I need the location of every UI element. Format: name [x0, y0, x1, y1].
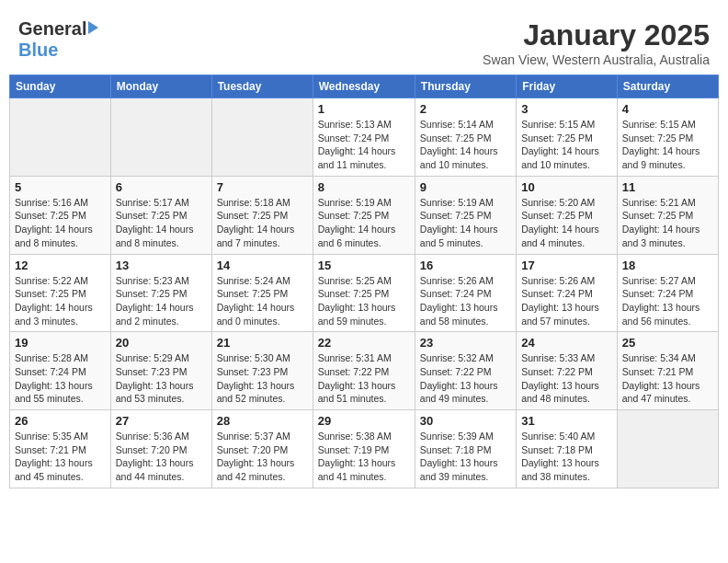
day-number: 15 [318, 259, 410, 272]
calendar-title: January 2025 [483, 18, 710, 52]
calendar-cell: 21Sunrise: 5:30 AMSunset: 7:23 PMDayligh… [211, 332, 313, 410]
day-number: 4 [622, 102, 713, 116]
calendar-cell: 10Sunrise: 5:20 AMSunset: 7:25 PMDayligh… [517, 176, 618, 254]
day-info: Sunrise: 5:15 AMSunset: 7:25 PMDaylight:… [521, 118, 612, 172]
day-number: 20 [116, 336, 207, 350]
calendar-cell [10, 98, 111, 177]
calendar-cell: 15Sunrise: 5:25 AMSunset: 7:25 PMDayligh… [313, 254, 415, 332]
day-info: Sunrise: 5:32 AMSunset: 7:22 PMDaylight:… [420, 351, 511, 406]
calendar-cell: 12Sunrise: 5:22 AMSunset: 7:25 PMDayligh… [10, 254, 111, 332]
calendar-cell: 26Sunrise: 5:35 AMSunset: 7:21 PMDayligh… [10, 410, 111, 488]
day-number: 31 [521, 414, 612, 428]
header-tuesday: Tuesday [211, 75, 313, 98]
page-container: General Blue January 2025 Swan View, Wes… [9, 9, 719, 488]
header-monday: Monday [110, 75, 211, 98]
day-number: 17 [521, 259, 612, 272]
calendar-cell: 3Sunrise: 5:15 AMSunset: 7:25 PMDaylight… [517, 98, 618, 177]
calendar-cell: 4Sunrise: 5:15 AMSunset: 7:25 PMDaylight… [617, 98, 718, 177]
day-number: 14 [217, 259, 308, 272]
calendar-cell: 1Sunrise: 5:13 AMSunset: 7:24 PMDaylight… [313, 98, 415, 177]
calendar-cell: 17Sunrise: 5:26 AMSunset: 7:24 PMDayligh… [517, 254, 618, 332]
day-number: 12 [15, 259, 106, 272]
day-number: 3 [521, 102, 612, 116]
calendar-cell: 29Sunrise: 5:38 AMSunset: 7:19 PMDayligh… [313, 410, 415, 488]
day-number: 18 [622, 259, 713, 272]
day-info: Sunrise: 5:22 AMSunset: 7:25 PMDaylight:… [15, 274, 106, 328]
day-info: Sunrise: 5:14 AMSunset: 7:25 PMDaylight:… [420, 118, 511, 172]
calendar-week-row: 1Sunrise: 5:13 AMSunset: 7:24 PMDaylight… [10, 98, 719, 177]
day-info: Sunrise: 5:36 AMSunset: 7:20 PMDaylight:… [116, 430, 207, 484]
calendar-week-row: 19Sunrise: 5:28 AMSunset: 7:24 PMDayligh… [10, 332, 719, 410]
day-number: 29 [318, 414, 410, 428]
logo: General Blue [18, 18, 98, 61]
calendar-cell: 28Sunrise: 5:37 AMSunset: 7:20 PMDayligh… [211, 410, 313, 488]
day-info: Sunrise: 5:40 AMSunset: 7:18 PMDaylight:… [521, 430, 612, 484]
day-number: 23 [420, 336, 511, 350]
calendar-cell: 9Sunrise: 5:19 AMSunset: 7:25 PMDaylight… [415, 176, 516, 254]
header-friday: Friday [517, 75, 618, 98]
day-info: Sunrise: 5:25 AMSunset: 7:25 PMDaylight:… [318, 274, 410, 328]
calendar-cell: 18Sunrise: 5:27 AMSunset: 7:24 PMDayligh… [617, 254, 718, 332]
day-info: Sunrise: 5:33 AMSunset: 7:22 PMDaylight:… [521, 351, 612, 406]
calendar-cell: 7Sunrise: 5:18 AMSunset: 7:25 PMDaylight… [211, 176, 313, 254]
day-info: Sunrise: 5:30 AMSunset: 7:23 PMDaylight:… [217, 351, 308, 406]
day-info: Sunrise: 5:31 AMSunset: 7:22 PMDaylight:… [318, 351, 410, 406]
day-number: 13 [116, 259, 207, 272]
calendar-cell: 31Sunrise: 5:40 AMSunset: 7:18 PMDayligh… [517, 410, 618, 488]
day-info: Sunrise: 5:15 AMSunset: 7:25 PMDaylight:… [622, 118, 713, 172]
day-info: Sunrise: 5:26 AMSunset: 7:24 PMDaylight:… [521, 274, 612, 328]
calendar-cell: 19Sunrise: 5:28 AMSunset: 7:24 PMDayligh… [10, 332, 111, 410]
header-thursday: Thursday [415, 75, 516, 98]
day-number: 6 [116, 180, 207, 194]
day-number: 9 [420, 180, 511, 194]
day-info: Sunrise: 5:28 AMSunset: 7:24 PMDaylight:… [15, 351, 106, 406]
calendar-cell [110, 98, 211, 177]
logo-blue-text: Blue [18, 40, 58, 61]
day-info: Sunrise: 5:19 AMSunset: 7:25 PMDaylight:… [318, 196, 410, 250]
title-block: January 2025 Swan View, Western Australi… [483, 18, 710, 67]
day-number: 8 [318, 180, 410, 194]
calendar-table: Sunday Monday Tuesday Wednesday Thursday… [9, 75, 719, 488]
day-info: Sunrise: 5:24 AMSunset: 7:25 PMDaylight:… [217, 274, 308, 328]
calendar-cell [211, 98, 313, 177]
day-info: Sunrise: 5:21 AMSunset: 7:25 PMDaylight:… [622, 196, 713, 250]
calendar-cell: 25Sunrise: 5:34 AMSunset: 7:21 PMDayligh… [617, 332, 718, 410]
day-info: Sunrise: 5:29 AMSunset: 7:23 PMDaylight:… [116, 351, 207, 406]
calendar-cell: 30Sunrise: 5:39 AMSunset: 7:18 PMDayligh… [415, 410, 516, 488]
day-info: Sunrise: 5:20 AMSunset: 7:25 PMDaylight:… [521, 196, 612, 250]
calendar-cell: 27Sunrise: 5:36 AMSunset: 7:20 PMDayligh… [110, 410, 211, 488]
calendar-week-row: 12Sunrise: 5:22 AMSunset: 7:25 PMDayligh… [10, 254, 719, 332]
calendar-header-row: Sunday Monday Tuesday Wednesday Thursday… [10, 75, 719, 98]
logo-triangle-icon [88, 21, 98, 34]
day-number: 26 [15, 414, 106, 428]
day-info: Sunrise: 5:26 AMSunset: 7:24 PMDaylight:… [420, 274, 511, 328]
calendar-week-row: 26Sunrise: 5:35 AMSunset: 7:21 PMDayligh… [10, 410, 719, 488]
day-number: 24 [521, 336, 612, 350]
day-number: 28 [217, 414, 308, 428]
calendar-cell [617, 410, 718, 488]
header-sunday: Sunday [10, 75, 111, 98]
calendar-subtitle: Swan View, Western Australia, Australia [483, 52, 710, 67]
calendar-cell: 11Sunrise: 5:21 AMSunset: 7:25 PMDayligh… [617, 176, 718, 254]
day-number: 10 [521, 180, 612, 194]
day-info: Sunrise: 5:34 AMSunset: 7:21 PMDaylight:… [622, 351, 713, 406]
calendar-cell: 24Sunrise: 5:33 AMSunset: 7:22 PMDayligh… [517, 332, 618, 410]
day-number: 7 [217, 180, 308, 194]
day-number: 11 [622, 180, 713, 194]
day-info: Sunrise: 5:18 AMSunset: 7:25 PMDaylight:… [217, 196, 308, 250]
calendar-cell: 6Sunrise: 5:17 AMSunset: 7:25 PMDaylight… [110, 176, 211, 254]
day-number: 30 [420, 414, 511, 428]
day-number: 25 [622, 336, 713, 350]
calendar-cell: 16Sunrise: 5:26 AMSunset: 7:24 PMDayligh… [415, 254, 516, 332]
day-info: Sunrise: 5:13 AMSunset: 7:24 PMDaylight:… [318, 118, 410, 172]
day-info: Sunrise: 5:19 AMSunset: 7:25 PMDaylight:… [420, 196, 511, 250]
calendar-cell: 23Sunrise: 5:32 AMSunset: 7:22 PMDayligh… [415, 332, 516, 410]
day-number: 5 [15, 180, 106, 194]
calendar-cell: 14Sunrise: 5:24 AMSunset: 7:25 PMDayligh… [211, 254, 313, 332]
day-number: 19 [15, 336, 106, 350]
day-number: 1 [318, 102, 410, 116]
day-info: Sunrise: 5:39 AMSunset: 7:18 PMDaylight:… [420, 430, 511, 484]
calendar-cell: 5Sunrise: 5:16 AMSunset: 7:25 PMDaylight… [10, 176, 111, 254]
day-number: 27 [116, 414, 207, 428]
header-wednesday: Wednesday [313, 75, 415, 98]
